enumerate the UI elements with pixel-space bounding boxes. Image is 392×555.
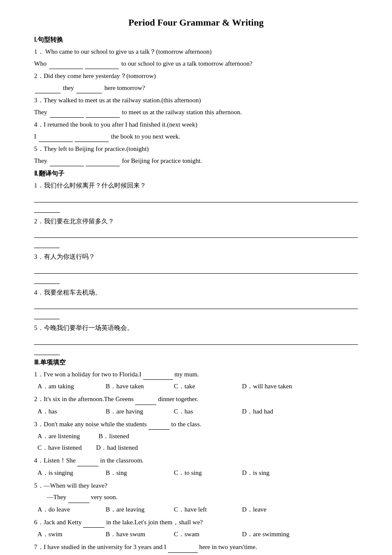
trans-q2-text: 2．我们要在北京停留多久？: [34, 216, 358, 227]
mcq-3: 3．Don't make any noise while the student…: [34, 419, 358, 454]
trans-q4-text: 4．我要坐租车去机场。: [34, 287, 358, 298]
mcq-5-b: B．are leaving: [106, 504, 161, 515]
mcq-5-options: A．do leave B．are leaving C．have left D．l…: [34, 504, 358, 515]
mcq-1-b: B．have taken: [106, 381, 161, 392]
mcq-7-b: B．have left: [106, 554, 161, 555]
q3-transform: They to meet us at the railway station t…: [34, 107, 358, 118]
mcq-2-text: 2．It's six in the afternoon.The Greens d…: [34, 394, 358, 405]
mcq-6-c: C．swam: [174, 529, 229, 540]
trans-q4: 4．我要坐租车去机场。: [34, 287, 358, 320]
mcq-4-c: C．to sing: [174, 467, 229, 479]
trans-q5: 5．今晚我们要举行一场英语晚会。: [34, 323, 358, 355]
mcq-5: 5．—When will they leave? —They very soon…: [34, 480, 358, 515]
trans-q1-text: 1．我们什么时候离开？什么时候回来？: [34, 180, 358, 191]
trans-q3-text: 3．有人为你送行吗？: [34, 251, 358, 263]
mcq-2-c: C．has: [174, 406, 229, 417]
mcq-6-d: D．are swimming: [242, 529, 297, 540]
q5-transform: They for Beijing for practice tonight.: [34, 156, 358, 167]
section-2-heading: Ⅱ.翻译句子: [34, 170, 358, 178]
mcq-5-c: C．have left: [174, 504, 229, 515]
section-1: Ⅰ.句型转换 1． Who came to our school to give…: [34, 36, 358, 166]
q3-block: 3．They walked to meet us at the railway …: [34, 95, 358, 118]
trans-q1: 1．我们什么时候离开？什么时候回来？: [34, 180, 358, 213]
q1-block: 1． Who came to our school to give us a t…: [34, 46, 358, 69]
mcq-5-a: A．do leave: [37, 504, 93, 515]
section-3: Ⅲ.单项填空 1．I've won a holiday for two to F…: [34, 358, 358, 555]
mcq-7: 7．I have studied in the university for 3…: [34, 542, 358, 555]
mcq-1-options: A．am taking B．have taken C．take D．will h…: [34, 381, 358, 392]
q1-transform: Who to our school to give us a talk tomo…: [34, 58, 358, 69]
mcq-7-c: C．am leaving: [174, 554, 229, 555]
mcq-6-a: A．swim: [37, 529, 93, 540]
page-title: Period Four Grammar & Writing: [34, 17, 358, 28]
section-1-heading: Ⅰ.句型转换: [34, 36, 358, 44]
mcq-4: 4．Listen！She in the classroom. A．is sing…: [34, 455, 358, 479]
trans-q2: 2．我们要在北京停留多久？: [34, 216, 358, 249]
section-3-heading: Ⅲ.单项填空: [34, 358, 358, 367]
mcq-5-d: D．leave: [242, 504, 297, 515]
mcq-2-d: D．had had: [242, 406, 297, 417]
section-2: Ⅱ.翻译句子 1．我们什么时候离开？什么时候回来？ 2．我们要在北京停留多久？ …: [34, 170, 358, 355]
q3-original: 3．They walked to meet us at the railway …: [34, 95, 358, 106]
trans-q5-text: 5．今晚我们要举行一场英语晚会。: [34, 323, 358, 334]
mcq-3-a: A．are listening: [37, 433, 80, 439]
mcq-4-b: B．sing: [106, 467, 161, 479]
mcq-3-b: B．listened: [98, 433, 129, 439]
mcq-4-d: D．is sing: [242, 467, 297, 479]
trans-q3: 3．有人为你送行吗？: [34, 251, 358, 284]
mcq-1-a: A．am taking: [37, 381, 93, 392]
mcq-5-text-2: —They very soon.: [34, 492, 358, 503]
mcq-1: 1．I've won a holiday for two to Florida.…: [34, 369, 358, 393]
mcq-6-b: B．have swum: [106, 529, 161, 540]
q5-block: 5．They left to Beijing for practice.(ton…: [34, 144, 358, 166]
q4-transform: I the book to you next week.: [34, 131, 358, 142]
mcq-6: 6．Jack and Ketty in the lake.Let's join …: [34, 517, 358, 541]
q1-original: 1． Who came to our school to give us a t…: [34, 46, 358, 58]
mcq-1-d: D．will have taken: [242, 381, 297, 392]
q4-block: 4．I returned the book to you after I had…: [34, 119, 358, 142]
mcq-4-a: A．is singing: [37, 467, 93, 479]
mcq-3-d: D．had listened: [96, 444, 138, 451]
q1-original-text: Who came to our school to give us a talk…: [45, 48, 212, 55]
mcq-2-options: A．has B．are having C．has D．had had: [34, 406, 358, 417]
mcq-7-options: A．leave B．have left C．am leaving D．left: [34, 554, 358, 555]
q2-block: 2．Did they come here yesterday？(tomorrow…: [34, 71, 358, 93]
mcq-7-d: D．left: [242, 554, 297, 555]
q5-original: 5．They left to Beijing for practice.(ton…: [34, 144, 358, 155]
mcq-2: 2．It's six in the afternoon.The Greens d…: [34, 394, 358, 417]
mcq-6-options: A．swim B．have swum C．swam D．are swimming: [34, 529, 358, 540]
mcq-7-text: 7．I have studied in the university for 3…: [34, 542, 358, 553]
mcq-3-text: 3．Don't make any noise while the student…: [34, 419, 358, 430]
mcq-5-text-1: 5．—When will they leave?: [34, 480, 358, 491]
mcq-4-text: 4．Listen！She in the classroom.: [34, 455, 358, 466]
mcq-7-a: A．leave: [37, 554, 93, 555]
mcq-1-text: 1．I've won a holiday for two to Florida.…: [34, 369, 358, 380]
mcq-3-c: C．have listened: [37, 444, 82, 451]
mcq-1-c: C．take: [174, 381, 229, 392]
q2-original: 2．Did they come here yesterday？(tomorrow…: [34, 71, 358, 82]
mcq-4-options: A．is singing B．sing C．to sing D．is sing: [34, 467, 358, 479]
q4-original: 4．I returned the book to you after I had…: [34, 119, 358, 130]
mcq-6-text: 6．Jack and Ketty in the lake.Let's join …: [34, 517, 358, 528]
q2-transform: they here tomorrow?: [34, 83, 358, 94]
mcq-2-a: A．has: [37, 406, 93, 417]
mcq-2-b: B．are having: [106, 406, 161, 417]
